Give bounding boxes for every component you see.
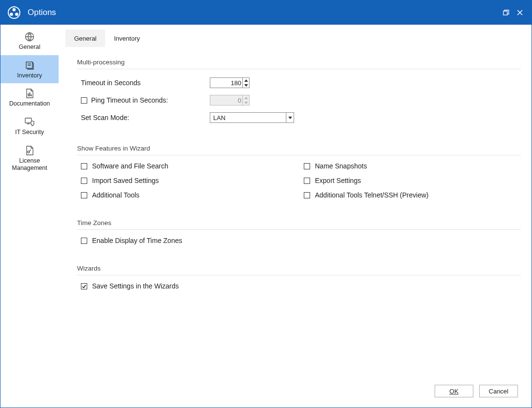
timeout-spinner[interactable] (210, 77, 250, 88)
row-ping-timeout: Ping Timeout in Seconds: (77, 93, 521, 107)
timeout-input[interactable] (210, 78, 242, 88)
spinner-up-icon[interactable] (243, 78, 249, 83)
row-enable-time-zones: Enable Display of Time Zones (77, 237, 521, 244)
svg-marker-20 (244, 97, 248, 99)
inventory-icon (24, 60, 35, 71)
row-scan-mode: Set Scan Mode: LAN (77, 111, 521, 124)
ok-button[interactable]: OK (435, 385, 473, 397)
scan-mode-value: LAN (213, 114, 225, 121)
svg-rect-14 (25, 118, 31, 123)
ping-timeout-spinner (210, 95, 250, 106)
checkbox[interactable] (81, 178, 87, 184)
window-title: Options (28, 8, 500, 17)
feature-additional-tools-telnet-ssh: Additional Tools Telnet/SSH (Preview) (304, 191, 521, 199)
section-title: Show Features in Wizard (77, 145, 521, 155)
svg-rect-11 (28, 93, 29, 96)
cancel-button[interactable]: Cancel (479, 385, 518, 397)
options-window: Options Genera (0, 0, 532, 408)
spinner-down-icon[interactable] (243, 83, 249, 88)
close-button[interactable] (513, 6, 527, 19)
feature-label: Import Saved Settings (92, 177, 159, 184)
cancel-button-label: Cancel (489, 388, 508, 395)
body: General Inventory (0, 25, 532, 408)
documentation-icon (24, 88, 35, 99)
sidebar: General Inventory (0, 25, 59, 408)
tabs: General Inventory (65, 30, 525, 47)
sidebar-item-label: License Management (12, 157, 47, 172)
svg-point-2 (10, 13, 13, 16)
enable-time-zones-checkbox[interactable] (81, 238, 87, 244)
svg-point-17 (28, 151, 30, 153)
section-time-zones: Time Zones Enable Display of Time Zones (77, 219, 521, 244)
svg-rect-13 (31, 94, 32, 96)
checkbox[interactable] (304, 178, 310, 184)
svg-point-3 (15, 13, 18, 16)
svg-marker-18 (244, 79, 248, 82)
scan-mode-label: Set Scan Mode: (81, 114, 129, 121)
checkbox[interactable] (304, 192, 310, 198)
tab-inventory[interactable]: Inventory (105, 30, 148, 47)
app-icon (7, 6, 21, 19)
ping-timeout-input (210, 95, 242, 105)
sidebar-item-inventory[interactable]: Inventory (0, 55, 59, 84)
sidebar-item-label: Documentation (9, 100, 50, 108)
checkbox[interactable] (81, 192, 87, 198)
tab-label: Inventory (114, 35, 140, 42)
section-title: Time Zones (77, 219, 521, 230)
feature-label: Software and File Search (92, 162, 168, 170)
sidebar-item-label: IT Security (15, 129, 44, 136)
ping-timeout-label: Ping Timeout in Seconds: (91, 96, 168, 104)
svg-point-1 (13, 8, 16, 12)
feature-label: Additional Tools (92, 191, 140, 199)
section-title: Multi-processing (77, 59, 521, 69)
main-panel: General Inventory Multi-processing Timeo… (59, 25, 532, 408)
scan-mode-select[interactable]: LAN (210, 112, 294, 123)
row-timeout: Timeout in Seconds (77, 76, 521, 90)
feature-label: Export Settings (315, 177, 361, 184)
sidebar-item-label: General (19, 44, 40, 51)
security-icon (24, 117, 35, 127)
section-wizards: Wizards Save Settings in the Wizards (77, 265, 521, 290)
save-settings-wizards-checkbox[interactable] (81, 283, 87, 289)
spinner-arrows (242, 95, 249, 105)
feature-label: Name Snapshots (315, 162, 367, 170)
feature-export-settings: Export Settings (304, 177, 521, 184)
feature-software-file-search: Software and File Search (81, 162, 304, 170)
section-multi-processing: Multi-processing Timeout in Seconds (77, 59, 521, 124)
content: Multi-processing Timeout in Seconds (65, 47, 525, 379)
chevron-down-icon (286, 113, 294, 122)
sidebar-item-label: Inventory (17, 72, 42, 80)
sidebar-item-documentation[interactable]: Documentation (0, 83, 59, 112)
svg-rect-4 (503, 11, 507, 15)
spinner-up-icon (243, 95, 249, 100)
enable-time-zones-label: Enable Display of Time Zones (92, 237, 182, 244)
timeout-label: Timeout in Seconds (81, 79, 141, 87)
globe-icon (24, 31, 35, 42)
feature-additional-tools: Additional Tools (81, 191, 304, 199)
checkbox[interactable] (81, 163, 87, 169)
feature-import-saved-settings: Import Saved Settings (81, 177, 304, 184)
wizard-features-grid: Software and File Search Name Snapshots … (77, 162, 521, 199)
sidebar-item-general[interactable]: General (0, 27, 59, 55)
ping-timeout-checkbox[interactable] (81, 97, 87, 104)
spinner-arrows (242, 78, 249, 88)
section-title: Wizards (77, 265, 521, 275)
svg-marker-22 (288, 117, 292, 119)
spinner-down-icon (243, 100, 249, 105)
license-icon (24, 145, 35, 156)
tab-general[interactable]: General (65, 30, 105, 47)
section-wizard-features: Show Features in Wizard Software and Fil… (77, 145, 521, 199)
svg-marker-19 (244, 84, 248, 87)
feature-name-snapshots: Name Snapshots (304, 162, 521, 170)
maximize-button[interactable] (500, 6, 513, 19)
save-settings-wizards-label: Save Settings in the Wizards (92, 282, 179, 290)
sidebar-item-license-management[interactable]: License Management (0, 140, 59, 176)
titlebar: Options (0, 0, 532, 25)
footer: OK Cancel (65, 379, 525, 403)
svg-marker-21 (244, 102, 248, 104)
tab-label: General (74, 35, 96, 42)
row-save-settings-wizards: Save Settings in the Wizards (77, 282, 521, 290)
checkbox[interactable] (304, 163, 310, 169)
sidebar-item-it-security[interactable]: IT Security (0, 112, 59, 140)
svg-rect-12 (30, 92, 31, 96)
